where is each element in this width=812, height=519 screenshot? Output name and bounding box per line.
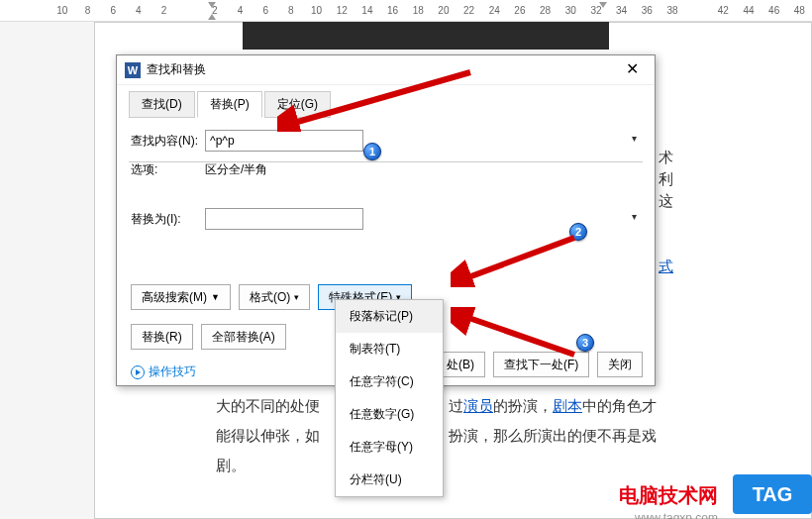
link-actor[interactable]: 演员 xyxy=(463,397,493,414)
find-label: 查找内容(N): xyxy=(131,133,205,150)
tab-goto[interactable]: 定位(G) xyxy=(264,91,331,118)
link-script[interactable]: 剧本 xyxy=(553,397,582,414)
menu-item-column[interactable]: 分栏符(U) xyxy=(336,464,443,496)
menu-item-anyletter[interactable]: 任意字母(Y) xyxy=(336,431,443,464)
callout-badge-2: 2 xyxy=(569,223,587,241)
tab-find[interactable]: 查找(D) xyxy=(129,91,195,118)
chevron-down-icon: ▾ xyxy=(632,133,637,144)
replace-input[interactable] xyxy=(205,208,363,230)
ruler-indent-marker[interactable] xyxy=(208,14,216,20)
find-input[interactable] xyxy=(205,130,363,152)
document-body-text: 大的不同的处便过演员的扮演，剧本中的角色才 能得以伸张，如扮演，那么所演出的便不… xyxy=(216,391,671,480)
image-object[interactable] xyxy=(243,22,609,50)
format-button[interactable]: 格式(O)▾ xyxy=(239,284,310,310)
dialog-title: 查找和替换 xyxy=(147,61,617,78)
options-label: 选项: xyxy=(131,161,205,178)
doc-text: 式 xyxy=(659,258,673,276)
horizontal-ruler: 1086422468101214161820222426283032343638… xyxy=(0,0,812,22)
play-icon xyxy=(131,365,145,379)
dialog-titlebar[interactable]: W 查找和替换 ✕ xyxy=(117,55,655,85)
menu-item-anydigit[interactable]: 任意数字(G) xyxy=(336,398,443,431)
doc-text: 这 xyxy=(659,192,673,211)
advanced-search-button[interactable]: 高级搜索(M)▼ xyxy=(131,284,231,310)
caret-down-icon: ▼ xyxy=(211,292,220,302)
menu-item-tab[interactable]: 制表符(T) xyxy=(336,333,443,365)
special-format-menu: 段落标记(P) 制表符(T) 任意字符(C) 任意数字(G) 任意字母(Y) 分… xyxy=(335,299,444,497)
ruler-right-marker[interactable] xyxy=(599,2,607,8)
tab-replace[interactable]: 替换(P) xyxy=(197,91,262,118)
callout-badge-3: 3 xyxy=(576,334,594,352)
callout-badge-1: 1 xyxy=(363,143,381,160)
doc-text: 术 xyxy=(659,149,673,167)
replace-all-button[interactable]: 全部替换(A) xyxy=(201,324,286,350)
find-next-button[interactable]: 查找下一处(F) xyxy=(493,352,589,377)
tag-badge: TAG xyxy=(733,474,812,514)
chevron-down-icon: ▾ xyxy=(632,211,637,222)
replace-button[interactable]: 替换(R) xyxy=(131,324,193,350)
replace-label: 替换为(I): xyxy=(131,211,205,228)
ruler-indent-marker[interactable] xyxy=(208,2,216,8)
close-button[interactable]: 关闭 xyxy=(597,352,643,377)
menu-item-paragraph[interactable]: 段落标记(P) xyxy=(336,300,443,333)
caret-down-icon: ▾ xyxy=(294,292,299,302)
watermark-url: www.tagxp.com xyxy=(635,511,718,519)
options-value: 区分全/半角 xyxy=(205,161,267,178)
app-icon: W xyxy=(125,62,141,78)
watermark-text: 电脑技术网 xyxy=(619,482,718,509)
doc-text: 利 xyxy=(659,170,673,189)
close-icon[interactable]: ✕ xyxy=(617,55,647,85)
menu-item-anychar[interactable]: 任意字符(C) xyxy=(336,365,443,398)
